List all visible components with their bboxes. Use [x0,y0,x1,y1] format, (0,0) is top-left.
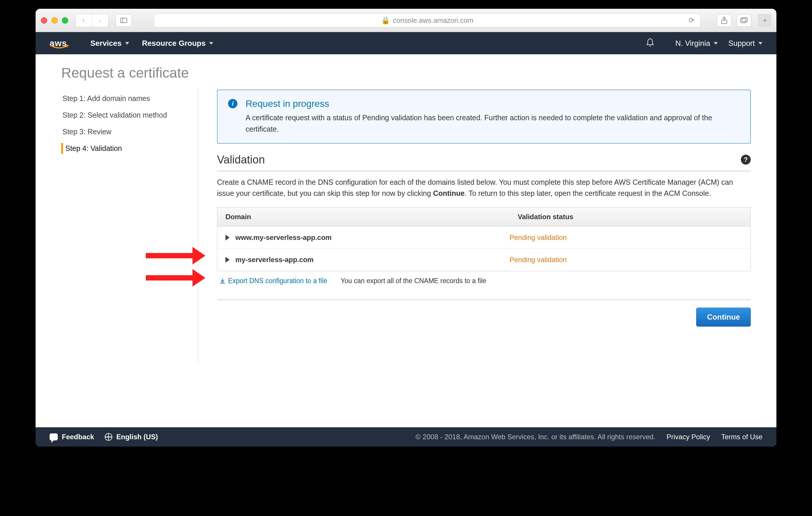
td-domain: my-serverless-app.com [235,256,510,264]
step-1[interactable]: Step 1: Add domain names [61,90,198,107]
bell-icon[interactable] [646,38,654,49]
share-button[interactable] [717,14,731,27]
table-row[interactable]: www.my-serverless-app.com Pending valida… [217,226,750,249]
minimize-window-button[interactable] [51,17,58,24]
feedback-link[interactable]: Feedback [50,433,94,441]
resource-groups-label: Resource Groups [142,39,206,48]
browser-window: ‹ › 🔒 console.aws.amazon.com ⟳ + aws Ser [36,9,776,446]
annotation-arrow-1 [146,247,205,265]
aws-logo[interactable]: aws [50,38,67,48]
main-panel: i Request in progress A certificate requ… [198,88,751,362]
region-label: N. Virginia [675,39,710,48]
desc-bold: Continue [433,189,465,197]
step-4[interactable]: Step 4: Validation [61,140,198,157]
new-tab-button[interactable]: + [758,14,771,27]
section-title: Validation [217,154,265,166]
support-menu[interactable]: Support [728,39,762,48]
continue-button[interactable]: Continue [696,308,751,327]
th-domain: Domain [217,208,510,226]
step-2[interactable]: Step 2: Select validation method [61,107,198,124]
footer-right: © 2008 - 2018, Amazon Web Services, Inc.… [416,433,762,441]
info-icon: i [228,99,237,108]
tabs-button[interactable] [737,14,751,27]
td-domain: www.my-serverless-app.com [235,234,510,242]
url-bar[interactable]: 🔒 console.aws.amazon.com ⟳ [154,13,701,27]
feedback-label: Feedback [62,433,94,441]
th-status: Validation status [510,208,750,226]
globe-icon [105,433,112,441]
info-body: A certificate request with a status of P… [245,112,740,135]
two-column-layout: Step 1: Add domain names Step 2: Select … [61,88,751,362]
reload-icon[interactable]: ⟳ [689,16,694,25]
titlebar-right: + [717,14,771,27]
sidebar-toggle-button[interactable] [116,14,132,27]
help-icon[interactable]: ? [741,155,751,165]
url-host: console.aws.amazon.com [393,16,473,25]
close-window-button[interactable] [41,17,47,24]
header-menu: Services Resource Groups [90,39,213,48]
speech-bubble-icon [50,433,58,440]
zoom-window-button[interactable] [62,17,68,24]
domains-table: Domain Validation status www.my-serverle… [217,207,751,271]
button-row: Continue [217,308,751,327]
desc-post: . To return to this step later, open the… [465,189,711,197]
expand-triangle-icon[interactable] [226,257,230,263]
header-right: N. Virginia Support [646,38,762,49]
services-menu[interactable]: Services [90,39,129,48]
export-note: You can export all of the CNAME records … [341,277,486,285]
section-description: Create a CNAME record in the DNS configu… [217,176,751,199]
info-box: i Request in progress A certificate requ… [217,89,751,143]
language-selector[interactable]: English (US) [105,433,158,441]
table-header: Domain Validation status [217,208,750,226]
privacy-link[interactable]: Privacy Policy [666,433,710,441]
traffic-lights [41,17,68,24]
language-label: English (US) [116,433,158,441]
titlebar: ‹ › 🔒 console.aws.amazon.com ⟳ + [36,9,776,32]
terms-link[interactable]: Terms of Use [721,433,762,441]
export-link-label: Export DNS configuration to a file [228,277,327,285]
region-menu[interactable]: N. Virginia [675,39,718,48]
step-3[interactable]: Step 3: Review [61,124,198,140]
nav-buttons: ‹ › [75,14,109,27]
info-title: Request in progress [245,98,740,109]
chevron-down-icon [758,42,762,45]
steps-sidebar: Step 1: Add domain names Step 2: Select … [61,88,198,362]
back-button[interactable]: ‹ [76,14,92,27]
chevron-down-icon [209,42,213,45]
footer-copyright: © 2008 - 2018, Amazon Web Services, Inc.… [416,433,656,441]
export-link[interactable]: Export DNS configuration to a file [219,277,327,285]
services-label: Services [90,39,122,48]
chevron-down-icon [714,42,718,45]
svg-rect-1 [741,19,746,23]
td-status: Pending validation [510,234,750,242]
divider [217,299,751,300]
lock-icon: 🔒 [381,16,390,25]
aws-header: aws Services Resource Groups N. Virginia [36,32,776,54]
support-label: Support [728,39,755,48]
section-header: Validation ? [217,154,751,171]
resource-groups-menu[interactable]: Resource Groups [142,39,213,48]
annotation-arrow-2 [146,269,205,287]
td-status: Pending validation [510,256,750,264]
svg-rect-2 [742,18,747,22]
export-row: Export DNS configuration to a file You c… [217,277,751,285]
page-content: Request a certificate Step 1: Add domain… [36,54,776,427]
expand-triangle-icon[interactable] [226,235,230,241]
aws-footer: Feedback English (US) © 2008 - 2018, Ama… [36,427,776,446]
table-row[interactable]: my-serverless-app.com Pending validation [217,249,750,271]
forward-button[interactable]: › [92,14,108,27]
page-title: Request a certificate [61,65,751,81]
chevron-down-icon [125,42,129,45]
